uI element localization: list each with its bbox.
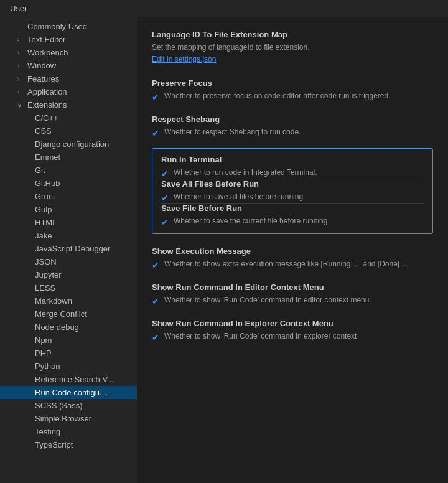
sidebar-item-less[interactable]: LESS <box>0 281 137 294</box>
checkbox-icon[interactable]: ✔ <box>152 332 159 342</box>
highlighted-settings-box: Run In Terminal✔Whether to run code in I… <box>152 148 433 234</box>
section-save-all-files: Save All Files Before Run✔Whether to sav… <box>161 179 424 203</box>
checkbox-row: ✔Whether to preserve focus on code edito… <box>152 91 433 102</box>
sidebar-item-grunt[interactable]: Grunt <box>0 190 137 203</box>
checkbox-label: Whether to show extra execution message … <box>164 260 408 268</box>
sidebar-item-emmet[interactable]: Emmet <box>0 151 137 164</box>
sidebar-item-features[interactable]: ›Features <box>0 72 137 85</box>
sidebar-item-label: Merge Conflict <box>35 309 87 319</box>
section-title: Show Run Command In Editor Context Menu <box>152 283 433 292</box>
chevron-icon: › <box>17 62 25 69</box>
sidebar-item-label: Gulp <box>35 205 52 214</box>
section-run-in-terminal: Run In Terminal✔Whether to run code in I… <box>161 155 424 179</box>
sidebar-item-label: TypeScript <box>35 440 73 449</box>
checkbox-label: Whether to show 'Run Code' command in ex… <box>164 332 357 340</box>
sidebar-item-github[interactable]: GitHub <box>0 177 137 190</box>
checkbox-label: Whether to show 'Run Code' command in ed… <box>164 296 371 304</box>
sidebar-item-testing[interactable]: Testing <box>0 425 137 438</box>
sidebar-item-merge-conflict[interactable]: Merge Conflict <box>0 307 137 321</box>
sidebar-item-json[interactable]: JSON <box>0 255 137 268</box>
sidebar-item-commonly-used[interactable]: Commonly Used <box>0 20 137 33</box>
sidebar-item-git[interactable]: Git <box>0 164 137 177</box>
sidebar-item-label: JSON <box>35 257 57 266</box>
section-title: Save All Files Before Run <box>161 179 424 189</box>
chevron-icon: ∨ <box>17 101 25 108</box>
sidebar-item-label: Git <box>35 166 45 175</box>
section-show-execution-msg: Show Execution Message✔Whether to show e… <box>152 246 433 270</box>
checkbox-label: Whether to run code in Integrated Termin… <box>174 168 317 177</box>
checkbox-label: Whether to save the current file before … <box>174 217 330 225</box>
edit-settings-link[interactable]: Edit in settings.json <box>152 55 216 63</box>
sidebar-item-php[interactable]: PHP <box>0 347 137 360</box>
sidebar-item-jupyter[interactable]: Jupyter <box>0 268 137 281</box>
sidebar-item-css[interactable]: CSS <box>0 124 137 138</box>
sidebar-item-window[interactable]: ›Window <box>0 59 137 72</box>
checkbox-icon[interactable]: ✔ <box>161 217 169 227</box>
sidebar-item-label: Django configuration <box>35 139 109 149</box>
sidebar-item-scss[interactable]: SCSS (Sass) <box>0 399 137 412</box>
sidebar-item-label: Run Code configu... <box>35 388 106 397</box>
checkbox-row: ✔Whether to show 'Run Code' command in e… <box>152 332 433 342</box>
sidebar-item-js-debugger[interactable]: JavaScript Debugger <box>0 242 137 255</box>
sidebar-item-label: Extensions <box>27 100 67 110</box>
section-title: Language ID To File Extension Map <box>152 30 433 39</box>
sidebar-item-html[interactable]: HTML <box>0 216 137 229</box>
sidebar-item-text-editor[interactable]: ›Text Editor <box>0 33 137 46</box>
section-lang-id-map: Language ID To File Extension MapSet the… <box>152 30 433 66</box>
checkbox-row: ✔Whether to show 'Run Code' command in e… <box>152 296 433 306</box>
sidebar-item-label: Node debug <box>35 322 79 332</box>
sidebar-item-label: Workbench <box>27 48 68 57</box>
sidebar-item-label: Emmet <box>35 152 60 162</box>
sidebar-item-cpp[interactable]: C/C++ <box>0 111 137 124</box>
sidebar-item-label: HTML <box>35 218 57 227</box>
checkbox-icon[interactable]: ✔ <box>161 169 169 179</box>
sidebar-item-node-debug[interactable]: Node debug <box>0 321 137 334</box>
checkbox-icon[interactable]: ✔ <box>152 296 159 306</box>
sidebar-item-label: Testing <box>35 427 60 436</box>
sidebar-item-label: SCSS (Sass) <box>35 401 83 410</box>
checkbox-label: Whether to save all files before running… <box>174 192 305 201</box>
section-title: Respect Shebang <box>152 115 433 124</box>
sidebar-item-python[interactable]: Python <box>0 360 137 373</box>
sidebar-item-label: CSS <box>35 126 52 136</box>
checkbox-icon[interactable]: ✔ <box>152 92 159 102</box>
section-show-run-cmd-editor: Show Run Command In Editor Context Menu✔… <box>152 283 433 306</box>
sidebar-item-label: Reference Search V... <box>35 375 114 384</box>
chevron-icon: › <box>17 88 25 95</box>
sidebar-item-label: Application <box>27 87 67 96</box>
section-desc: Set the mapping of languageId to file ex… <box>152 43 433 52</box>
sidebar: Commonly Used›Text Editor›Workbench›Wind… <box>0 17 137 483</box>
sidebar-item-extensions[interactable]: ∨Extensions <box>0 98 137 111</box>
top-bar-title: User <box>10 4 27 13</box>
sidebar-item-npm[interactable]: Npm <box>0 334 137 347</box>
sidebar-item-label: LESS <box>35 283 55 293</box>
sidebar-item-django[interactable]: Django configuration <box>0 138 137 151</box>
sidebar-item-reference-search[interactable]: Reference Search V... <box>0 373 137 386</box>
chevron-icon: › <box>17 49 25 56</box>
sidebar-item-label: Python <box>35 362 60 371</box>
sidebar-item-label: Text Editor <box>27 35 65 44</box>
sidebar-item-application[interactable]: ›Application <box>0 85 137 98</box>
checkbox-icon[interactable]: ✔ <box>152 128 159 138</box>
sidebar-item-workbench[interactable]: ›Workbench <box>0 46 137 59</box>
sidebar-item-run-code[interactable]: Run Code configu... <box>0 386 137 399</box>
sidebar-item-label: Commonly Used <box>27 22 87 31</box>
sidebar-item-simple-browser[interactable]: Simple Browser <box>0 412 137 425</box>
sidebar-item-jake[interactable]: Jake <box>0 229 137 242</box>
sidebar-item-label: Jake <box>35 231 52 240</box>
checkbox-row: ✔Whether to save all files before runnin… <box>161 192 424 203</box>
sidebar-item-label: Grunt <box>35 192 55 201</box>
section-title: Show Run Command In Explorer Context Men… <box>152 319 433 328</box>
section-respect-shebang: Respect Shebang✔Whether to respect Sheba… <box>152 115 433 138</box>
sidebar-item-label: Window <box>27 61 56 70</box>
sidebar-item-markdown[interactable]: Markdown <box>0 294 137 307</box>
section-save-file-before-run: Save File Before Run✔Whether to save the… <box>161 204 424 227</box>
sidebar-item-gulp[interactable]: Gulp <box>0 203 137 216</box>
checkbox-icon[interactable]: ✔ <box>161 193 169 203</box>
sidebar-item-label: PHP <box>35 349 52 358</box>
sidebar-item-typescript[interactable]: TypeScript <box>0 438 137 451</box>
checkbox-label: Whether to preserve focus on code editor… <box>164 91 391 100</box>
checkbox-icon[interactable]: ✔ <box>152 260 159 270</box>
section-title: Save File Before Run <box>161 204 424 213</box>
chevron-icon: › <box>17 36 25 43</box>
